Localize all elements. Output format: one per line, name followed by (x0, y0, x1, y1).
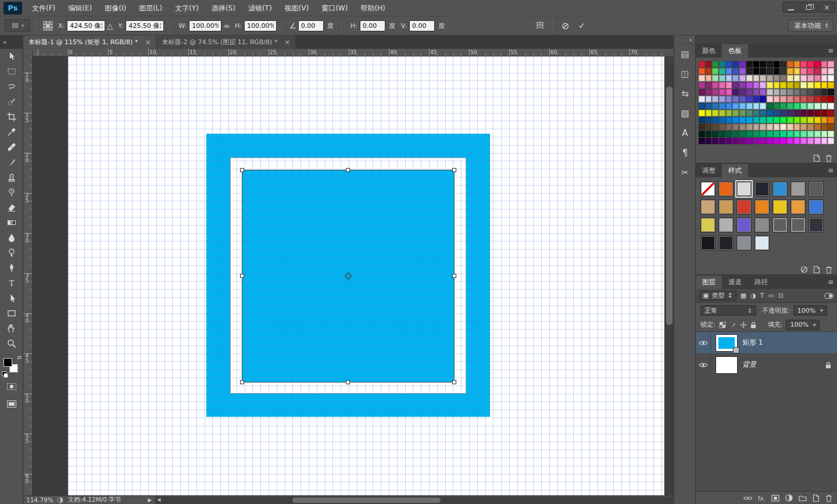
swatch[interactable] (719, 82, 725, 88)
swatch[interactable] (739, 75, 746, 81)
swatch[interactable] (821, 117, 828, 123)
tab-color[interactable]: 颜色 (696, 44, 722, 58)
swatch[interactable] (712, 82, 718, 88)
swatch[interactable] (787, 82, 793, 88)
height-scale-input[interactable] (244, 20, 277, 31)
swatch[interactable] (780, 75, 786, 81)
style-item-10[interactable] (754, 199, 770, 215)
swatch[interactable] (821, 68, 828, 74)
swatch[interactable] (732, 124, 739, 130)
swatch[interactable] (767, 103, 773, 109)
y-position-input[interactable] (126, 20, 164, 31)
swatch[interactable] (732, 96, 739, 102)
gradient-tool[interactable] (0, 215, 23, 230)
swatch[interactable] (794, 75, 800, 81)
swatch[interactable] (807, 110, 814, 116)
rotation-input[interactable] (298, 20, 324, 31)
swatch[interactable] (699, 61, 705, 67)
swatch[interactable] (787, 110, 793, 116)
swatch[interactable] (794, 61, 800, 67)
swatch[interactable] (746, 117, 753, 123)
swatch[interactable] (760, 89, 766, 95)
swatch[interactable] (774, 61, 780, 67)
foreground-color-chip[interactable] (3, 358, 12, 367)
tab-close-icon[interactable]: × (284, 38, 290, 47)
swatch[interactable] (767, 75, 773, 81)
transform-handle-bottom-center[interactable] (346, 380, 350, 384)
swatch[interactable] (800, 68, 807, 74)
swatch[interactable] (699, 103, 705, 109)
lock-all-icon[interactable] (750, 321, 756, 328)
style-item-2[interactable] (736, 181, 752, 196)
swatch[interactable] (800, 82, 807, 88)
opacity-select[interactable]: 100% ▾ (793, 305, 827, 316)
swatch[interactable] (760, 103, 766, 109)
swatch[interactable] (753, 110, 760, 116)
swatch[interactable] (746, 75, 753, 81)
swatch[interactable] (726, 131, 732, 137)
swatch[interactable] (726, 138, 732, 144)
panel-menu-icon[interactable]: ≡ (828, 47, 834, 55)
swatch[interactable] (726, 117, 732, 123)
swatch[interactable] (814, 89, 821, 95)
transform-handle-top-right[interactable] (452, 168, 456, 172)
style-item-1[interactable] (718, 181, 734, 196)
lock-transparency-icon[interactable] (719, 321, 726, 328)
swatch[interactable] (760, 131, 766, 137)
swatch[interactable] (760, 138, 766, 144)
transform-handle-bottom-right[interactable] (452, 380, 456, 384)
add-layer-mask-icon[interactable] (771, 495, 779, 502)
move-tool[interactable] (0, 49, 23, 64)
swatch[interactable] (706, 124, 712, 130)
marquee-tool[interactable] (0, 64, 23, 79)
swatch[interactable] (780, 138, 786, 144)
swatch[interactable] (746, 61, 753, 67)
swatch[interactable] (739, 61, 746, 67)
swatch[interactable] (746, 138, 753, 144)
style-item-11[interactable] (772, 199, 788, 215)
swatch[interactable] (807, 89, 814, 95)
swatch[interactable] (726, 103, 732, 109)
swatch[interactable] (780, 89, 786, 95)
rectangle-tool[interactable] (0, 306, 23, 321)
horizontal-scrollbar[interactable]: ◀ (155, 496, 674, 504)
menu-item-7[interactable]: 视图(V) (278, 0, 316, 16)
style-item-13[interactable] (809, 199, 824, 215)
swatch[interactable] (719, 138, 725, 144)
toolbar-collapse-icon[interactable]: » (0, 35, 23, 49)
swatch[interactable] (828, 110, 834, 116)
swatch[interactable] (821, 75, 828, 81)
swatch[interactable] (780, 61, 786, 67)
delta-relative-icon[interactable]: △ (107, 22, 113, 30)
tool-preset-picker[interactable]: ▾ (5, 19, 30, 32)
swatch[interactable] (739, 96, 746, 102)
filter-type-icon[interactable]: T (760, 292, 764, 299)
style-item-23[interactable] (736, 235, 752, 251)
swatch[interactable] (807, 124, 814, 130)
clone-stamp-tool[interactable] (0, 170, 23, 185)
minimize-button[interactable] (782, 2, 799, 13)
swatch[interactable] (794, 138, 800, 144)
swatch[interactable] (787, 75, 793, 81)
swatch[interactable] (719, 103, 725, 109)
swatch[interactable] (774, 75, 780, 81)
zoom-tool[interactable] (0, 336, 23, 351)
swatch[interactable] (800, 96, 807, 102)
swatch[interactable] (719, 117, 725, 123)
swatch[interactable] (719, 75, 725, 81)
swatch[interactable] (706, 117, 712, 123)
clear-style-icon[interactable] (800, 266, 808, 273)
filter-toggle-icon[interactable] (824, 293, 834, 299)
swatch[interactable] (767, 89, 773, 95)
swatch[interactable] (814, 103, 821, 109)
swatch[interactable] (712, 68, 718, 74)
filter-adjustment-icon[interactable]: ◑ (750, 292, 756, 299)
swatch[interactable] (821, 103, 828, 109)
swatch[interactable] (760, 75, 766, 81)
swatch[interactable] (739, 89, 746, 95)
h-skew-input[interactable] (360, 20, 385, 31)
menu-item-0[interactable]: 文件(F) (26, 0, 62, 16)
tab-channels[interactable]: 通道 (722, 276, 748, 289)
fill-select[interactable]: 100% ▾ (786, 320, 820, 330)
swatch[interactable] (706, 96, 712, 102)
